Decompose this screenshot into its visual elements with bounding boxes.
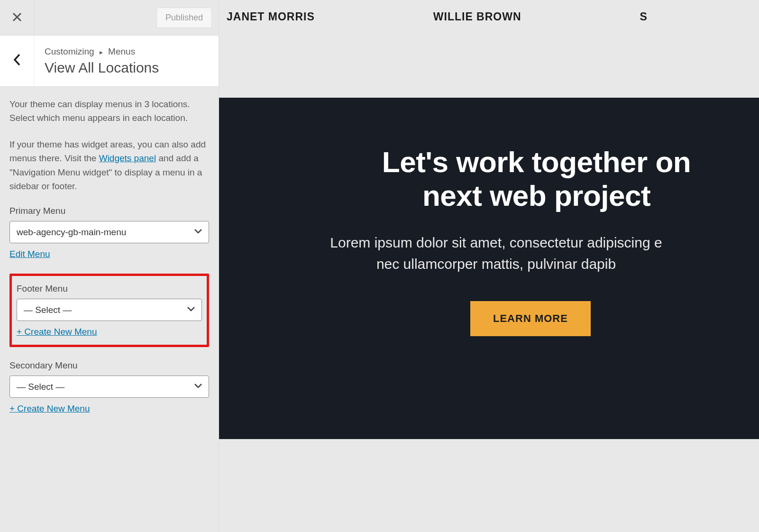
create-secondary-menu-link[interactable]: + Create New Menu [9,404,90,414]
secondary-menu-label: Secondary Menu [9,360,209,371]
secondary-menu-select[interactable]: — Select — [9,376,209,398]
page-title: View All Locations [45,60,159,76]
footer-menu-label: Footer Menu [17,284,202,294]
edit-primary-menu-link[interactable]: Edit Menu [9,249,50,259]
panel-body: Your theme can display menus in 3 locati… [0,87,219,439]
chevron-left-icon [13,53,21,69]
breadcrumb-current: Menus [108,46,135,56]
footer-menu-select[interactable]: — Select — [17,299,202,321]
hero-title: Let's work together on next web project [333,145,740,213]
nav-link-partial[interactable]: S [640,10,648,23]
back-button[interactable] [0,36,34,86]
preview-nav: JANET MORRIS WILLIE BROWN S [219,0,759,98]
nav-link-willie[interactable]: WILLIE BROWN [433,10,521,23]
breadcrumb-trail: Customizing ▸ Menus [45,46,159,57]
create-footer-menu-link[interactable]: + Create New Menu [17,327,97,337]
sidebar-topbar: Published [0,0,219,36]
secondary-menu-block: Secondary Menu — Select — + Create New M… [9,360,209,414]
close-icon [12,10,22,25]
breadcrumb-root: Customizing [45,46,94,56]
primary-menu-block: Primary Menu web-agency-gb-main-menu Edi… [9,206,209,259]
close-customizer-button[interactable] [0,0,34,36]
breadcrumb: Customizing ▸ Menus View All Locations [34,38,169,84]
hero-subtitle: Lorem ipsum dolor sit amet, consectetur … [252,232,740,275]
widgets-panel-link[interactable]: Widgets panel [99,153,156,163]
publish-status-button[interactable]: Published [156,8,212,28]
primary-menu-select[interactable]: web-agency-gb-main-menu [9,221,209,243]
secondary-menu-select-wrap: — Select — [9,376,209,398]
nav-link-janet[interactable]: JANET MORRIS [227,10,315,23]
intro-paragraph-2: If your theme has widget areas, you can … [9,138,209,193]
site-preview: JANET MORRIS WILLIE BROWN S Let's work t… [219,0,759,532]
primary-menu-label: Primary Menu [9,206,209,216]
caret-right-icon: ▸ [100,48,103,56]
learn-more-button[interactable]: LEARN MORE [470,301,591,336]
panel-header: Customizing ▸ Menus View All Locations [0,36,219,87]
footer-menu-highlight: Footer Menu — Select — + Create New Menu [9,274,209,347]
footer-menu-select-wrap: — Select — [17,299,202,321]
customizer-sidebar: Published Customizing ▸ Menus View All L… [0,0,219,532]
primary-menu-select-wrap: web-agency-gb-main-menu [9,221,209,243]
intro-paragraph-1: Your theme can display menus in 3 locati… [9,97,209,125]
hero-section: Let's work together on next web project … [219,98,759,439]
